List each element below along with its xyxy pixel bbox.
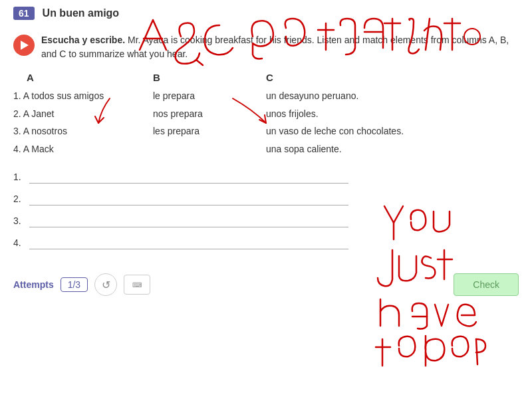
col-a-item-2: 2. A Janet: [13, 105, 146, 123]
col-a-item-4: 4. A Mack: [13, 140, 146, 158]
col-c-item-3: un vaso de leche con chocolates.: [266, 122, 452, 140]
instruction-text: Escucha y escribe. Mr. Ayaca is cooking …: [41, 33, 519, 61]
answer-input-3[interactable]: [29, 213, 348, 227]
column-b: le prepara nos prepara les prepara: [146, 87, 266, 158]
column-a: 1. A todos sus amigos 2. A Janet 3. A no…: [13, 87, 146, 158]
instruction-row: Escucha y escribe. Mr. Ayaca is cooking …: [13, 33, 519, 61]
col-header-c: C: [266, 72, 452, 83]
answer-number-1: 1.: [13, 172, 24, 182]
keyboard-button[interactable]: ⌨: [124, 275, 150, 295]
attempts-label: Attempts: [13, 279, 54, 290]
attempts-counter: 1/3: [61, 277, 88, 292]
column-c: un desayuno peruano. unos frijoles. un v…: [266, 87, 452, 158]
columns-section: A B C 1. A todos sus amigos 2. A Janet 3…: [0, 72, 532, 158]
exercise-area: Escucha y escribe. Mr. Ayaca is cooking …: [0, 27, 532, 61]
instruction-bold: Escucha y escribe.: [41, 35, 125, 45]
answer-input-2[interactable]: [29, 192, 348, 205]
lesson-number: 61: [13, 7, 35, 20]
col-b-item-2: nos prepara: [153, 105, 266, 123]
keyboard-icon: ⌨: [132, 281, 142, 289]
answer-number-3: 3.: [13, 215, 24, 226]
lesson-title: Un buen amigo: [43, 7, 120, 19]
answer-input-4[interactable]: [29, 235, 348, 249]
column-headers: A B C: [13, 72, 519, 83]
col-c-item-1: un desayuno peruano.: [266, 87, 452, 105]
col-b-item-3: les prepara: [153, 122, 266, 140]
page: 61 Un buen amigo Escucha y escribe. Mr. …: [0, 0, 532, 401]
answer-line-2: 2.: [13, 192, 519, 205]
attempts-section: Attempts 1/3 ↺ ⌨: [13, 273, 150, 296]
column-data: 1. A todos sus amigos 2. A Janet 3. A no…: [13, 87, 519, 158]
answer-input-1[interactable]: [29, 170, 348, 184]
replay-icon: ↺: [102, 279, 110, 291]
play-icon: [21, 41, 29, 50]
col-header-b: B: [146, 72, 266, 83]
audio-button[interactable]: [13, 35, 35, 56]
answer-line-4: 4.: [13, 235, 519, 249]
answer-number-2: 2.: [13, 194, 24, 204]
col-c-item-4: una sopa caliente.: [266, 140, 452, 158]
col-header-a: A: [13, 72, 146, 83]
check-button[interactable]: Check: [454, 273, 519, 296]
answer-number-4: 4.: [13, 237, 24, 248]
bottom-controls: Attempts 1/3 ↺ ⌨ Check: [0, 268, 532, 301]
col-a-item-1: 1. A todos sus amigos: [13, 87, 146, 105]
answer-line-3: 3.: [13, 213, 519, 227]
col-b-item-1: le prepara: [153, 87, 266, 105]
answer-section: 1. 2. 3. 4.: [0, 158, 532, 264]
audio-replay-button[interactable]: ↺: [94, 273, 117, 296]
col-a-item-3: 3. A nosotros: [13, 122, 146, 140]
answer-line-1: 1.: [13, 170, 519, 184]
col-c-item-2: unos frijoles.: [266, 105, 452, 123]
header-bar: 61 Un buen amigo: [0, 0, 532, 27]
